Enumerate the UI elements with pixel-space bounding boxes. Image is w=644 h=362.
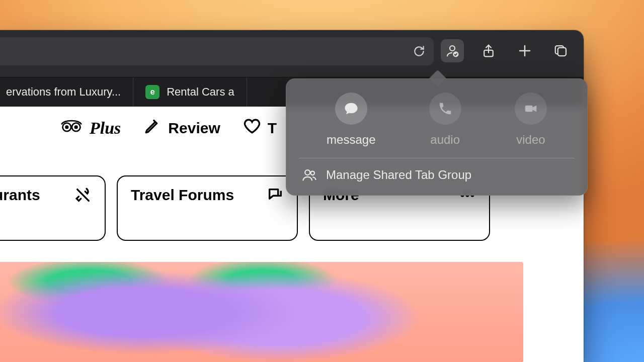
collaborate-button[interactable]	[441, 39, 464, 62]
tab-item[interactable]: e Rental Cars a	[133, 77, 247, 107]
manage-label: Manage Shared Tab Group	[326, 168, 471, 182]
svg-point-12	[305, 170, 310, 175]
svg-rect-3	[558, 48, 566, 56]
card-label: Travel Forums	[131, 187, 234, 204]
heart-icon	[244, 118, 261, 138]
hero-illustration	[0, 262, 523, 362]
tab-item[interactable]: ervations from Luxury...	[0, 77, 133, 107]
utensils-icon	[74, 187, 92, 206]
phone-icon	[429, 93, 461, 125]
owl-icon	[60, 119, 83, 137]
address-bar[interactable]	[0, 37, 434, 65]
nav-label: T	[268, 120, 277, 137]
share-button[interactable]	[477, 39, 500, 62]
people-icon	[302, 167, 317, 183]
share-option-audio[interactable]: audio	[429, 93, 461, 147]
share-options: message audio video	[299, 93, 575, 158]
share-option-video[interactable]: video	[515, 93, 547, 147]
card-restaurants[interactable]: urants	[0, 175, 106, 241]
nav-label: Review	[168, 120, 220, 137]
chat-icon	[267, 187, 284, 206]
tab-overview-button[interactable]	[549, 39, 573, 62]
browser-toolbar	[0, 30, 584, 77]
share-option-message[interactable]: message	[327, 93, 375, 147]
video-icon	[515, 93, 547, 125]
nav-review[interactable]: Review	[144, 118, 220, 138]
toolbar-actions	[441, 39, 573, 62]
message-icon	[335, 93, 367, 125]
svg-point-6	[66, 126, 68, 129]
share-label: audio	[430, 133, 460, 147]
svg-rect-11	[525, 106, 533, 112]
nav-plus[interactable]: Plus	[60, 119, 121, 138]
collaborate-popover: message audio video Manage Shared Tab Gr…	[286, 78, 588, 196]
pencil-icon	[144, 118, 161, 138]
svg-point-7	[75, 126, 77, 129]
svg-point-13	[311, 171, 315, 175]
reload-icon[interactable]	[413, 45, 426, 58]
share-label: video	[516, 133, 545, 147]
favicon-icon: e	[145, 85, 159, 99]
tab-label: ervations from Luxury...	[6, 85, 121, 99]
tab-label: Rental Cars a	[167, 85, 234, 99]
nav-label: Plus	[90, 119, 121, 138]
nav-trips[interactable]: T	[244, 118, 277, 138]
new-tab-button[interactable]	[513, 39, 536, 62]
card-label: urants	[0, 187, 40, 204]
card-forums[interactable]: Travel Forums	[117, 175, 298, 241]
manage-shared-tab-group[interactable]: Manage Shared Tab Group	[299, 158, 575, 187]
share-label: message	[327, 133, 375, 147]
svg-point-0	[450, 46, 455, 51]
